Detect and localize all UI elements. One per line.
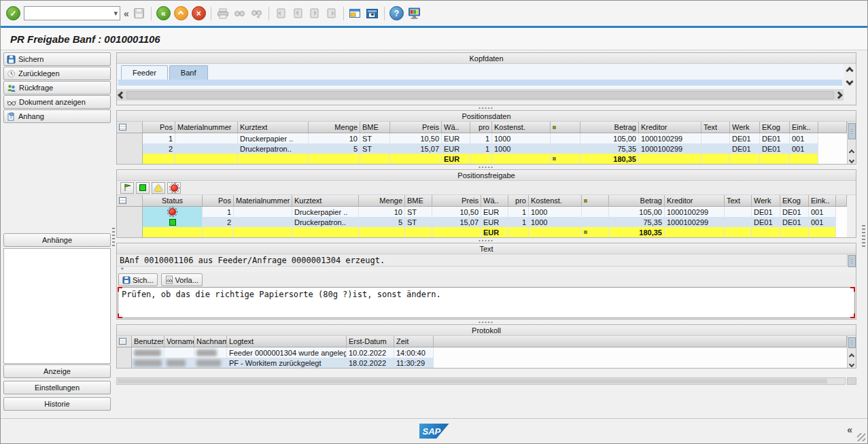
panel-splitter[interactable] — [116, 165, 856, 169]
col-ekog[interactable]: EKog — [780, 195, 809, 206]
table-row[interactable]: 1 Druckerpapier .. 10 ST 10,50 EUR 1 100… — [117, 133, 847, 143]
chevron-down-icon[interactable]: ▾ — [114, 9, 118, 18]
col-vorname[interactable]: Vorname — [164, 336, 194, 347]
exit-icon[interactable] — [174, 6, 188, 20]
tab-banf[interactable]: Banf — [169, 65, 208, 80]
collapse-toolbar-icon[interactable]: « — [124, 8, 129, 19]
scroll-down-icon[interactable] — [846, 78, 853, 85]
col-betrag[interactable]: Betrag — [609, 195, 665, 206]
command-field[interactable]: ▾ — [24, 6, 120, 20]
kopfdaten-hscrollbar[interactable] — [117, 89, 844, 101]
col-waehrung[interactable]: Wä.. — [481, 195, 508, 206]
text-save-button[interactable]: Sich... — [118, 273, 158, 286]
col-kurztext[interactable]: Kurztext — [238, 122, 309, 133]
col-status[interactable]: Status — [143, 195, 203, 206]
protokoll-vscrollbar[interactable] — [847, 336, 856, 368]
anzeige-button[interactable]: Anzeige — [3, 364, 111, 378]
col-materialnummer[interactable]: Materialnummer — [234, 195, 292, 206]
scroll-down-icon[interactable] — [849, 362, 854, 367]
col-werk[interactable]: Werk — [752, 195, 780, 206]
text-template-button[interactable]: Vorla... — [161, 273, 203, 286]
col-kostenstelle[interactable]: Kostenst. — [529, 195, 582, 206]
status-cell[interactable] — [143, 207, 203, 217]
col-waehrung[interactable]: Wä.. — [442, 122, 470, 133]
rueckfrage-button[interactable]: Rückfrage — [3, 81, 111, 95]
col-pro[interactable]: pro — [508, 195, 529, 206]
vscroll-thumb[interactable] — [848, 255, 856, 267]
hscroll-thumb[interactable] — [118, 379, 827, 383]
table-config-button[interactable] — [117, 195, 143, 206]
panel-splitter[interactable] — [116, 105, 856, 110]
col-pos[interactable]: Pos — [203, 195, 234, 206]
warning-button[interactable] — [152, 182, 165, 194]
note-editor[interactable]: Prüfen, ob das die richtige Papiersorte … — [118, 287, 855, 318]
create-shortcut-icon[interactable] — [366, 7, 379, 20]
table-row[interactable]: PF - Workitem zurückgelegt 18.02.2022 11… — [117, 358, 847, 368]
panel-splitter[interactable] — [116, 320, 856, 324]
scroll-up-icon[interactable] — [849, 354, 854, 359]
resize-grip-icon[interactable] — [857, 433, 865, 441]
col-betrag[interactable]: Betrag — [580, 122, 639, 133]
panel-splitter[interactable] — [116, 238, 856, 243]
col-menge[interactable]: Menge — [309, 122, 360, 133]
col-benutzer[interactable]: Benutzer — [132, 336, 164, 347]
table-row[interactable]: Feeder 0000001304 wurde angelegt. 10.02.… — [117, 347, 847, 358]
col-indicator[interactable] — [582, 195, 609, 206]
help-icon[interactable]: ? — [389, 6, 404, 20]
vscroll-thumb[interactable] — [848, 123, 856, 139]
layout-menu-icon[interactable] — [407, 7, 421, 20]
table-settings-icon[interactable] — [119, 338, 126, 345]
col-bme[interactable]: BME — [405, 195, 432, 206]
col-materialnummer[interactable]: Materialnummer — [175, 122, 238, 133]
splitter-grip-icon[interactable] — [112, 228, 115, 247]
status-cell[interactable] — [143, 217, 203, 227]
scroll-right-icon[interactable] — [835, 91, 842, 99]
table-config-button[interactable] — [117, 336, 132, 347]
col-preis[interactable]: Preis — [432, 195, 481, 206]
scroll-left-icon[interactable] — [118, 91, 125, 99]
scroll-up-icon[interactable] — [849, 150, 854, 155]
hscroll-end-button[interactable] — [847, 377, 856, 385]
col-pos[interactable]: Pos — [143, 122, 175, 133]
dokument-anzeigen-button[interactable]: Dokument anzeigen — [3, 95, 111, 109]
table-settings-icon[interactable] — [119, 197, 126, 204]
tab-feeder[interactable]: Feeder — [121, 65, 168, 80]
vscroll-thumb[interactable] — [848, 337, 856, 348]
table-row[interactable]: 1 Druckerpapier .. 10 ST 10,50 EUR 1 100… — [117, 207, 847, 217]
scroll-down-icon[interactable] — [849, 158, 854, 163]
anhang-button[interactable]: Anhang — [3, 109, 111, 123]
col-kurztext[interactable]: Kurztext — [292, 195, 359, 206]
col-pro[interactable]: pro — [470, 122, 492, 133]
col-erst-datum[interactable]: Erst-Datum — [347, 336, 394, 347]
col-nachname[interactable]: Nachname — [194, 336, 227, 347]
table-settings-icon[interactable] — [119, 124, 126, 131]
col-logtext[interactable]: Logtext — [227, 336, 347, 347]
table-config-button[interactable] — [117, 122, 143, 133]
anhaenge-header-button[interactable]: Anhänge — [3, 233, 111, 247]
hscroll-thumb[interactable] — [126, 91, 834, 99]
col-werk[interactable]: Werk — [730, 122, 760, 133]
attachments-list-panel[interactable] — [3, 248, 111, 364]
historie-button[interactable]: Historie — [3, 397, 111, 411]
col-indicator[interactable] — [551, 122, 580, 133]
back-icon[interactable]: « — [156, 6, 171, 20]
release-flag-button[interactable] — [120, 182, 134, 194]
main-hscrollbar[interactable] — [116, 377, 856, 385]
sichern-button[interactable]: Sichern — [3, 52, 111, 66]
scroll-up-icon[interactable] — [846, 67, 853, 74]
zuruecklegen-button[interactable]: Zurücklegen — [3, 67, 111, 80]
right-splitter-grip-icon[interactable] — [862, 225, 865, 248]
col-eink[interactable]: Eink.. — [790, 122, 818, 133]
col-text[interactable]: Text — [701, 122, 730, 133]
col-kreditor[interactable]: Kreditor — [665, 195, 725, 206]
cancel-icon[interactable]: × — [192, 6, 206, 20]
col-bme[interactable]: BME — [360, 122, 390, 133]
new-session-icon[interactable] — [349, 7, 362, 20]
col-kreditor[interactable]: Kreditor — [639, 122, 701, 133]
col-ekog[interactable]: EKog — [760, 122, 790, 133]
reject-button[interactable] — [167, 182, 181, 194]
collapse-statusbar-icon[interactable]: « — [847, 424, 852, 435]
kopfdaten-vscroll[interactable] — [844, 64, 856, 101]
col-preis[interactable]: Preis — [390, 122, 442, 133]
approve-button[interactable] — [136, 182, 150, 194]
